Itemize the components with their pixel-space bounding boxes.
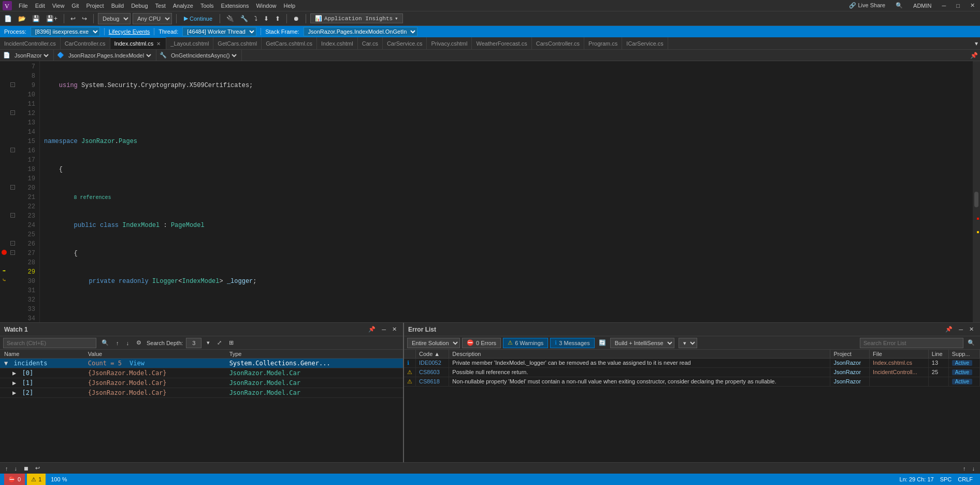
tab-icarservice-cs[interactable]: ICarService.cs (622, 37, 668, 49)
bt-err-down-btn[interactable]: ↓ (970, 465, 977, 472)
tab-incident-controller[interactable]: IncidentController.cs (0, 37, 61, 49)
expand-icon-2[interactable]: ▶ (12, 389, 16, 396)
watch-pin-btn[interactable]: 📌 (366, 325, 378, 333)
watch-up-btn[interactable]: ↑ (114, 339, 121, 347)
status-errors[interactable]: ⛔ 0 (4, 474, 25, 485)
save-all-btn[interactable]: 💾+ (44, 14, 60, 23)
minimize-btn[interactable]: ─ (939, 2, 949, 10)
error-search-btn[interactable]: 🔍 (965, 339, 977, 347)
tab-index-cshtml-cs[interactable]: Index.cshtml.cs ✕ (110, 37, 167, 49)
menu-file[interactable]: File (16, 2, 31, 10)
watch-row-1[interactable]: ▶ [1] {JsonRazor.Model.Car} JsonRazor.Mo… (0, 378, 403, 388)
search-btn[interactable]: 🔍 (892, 1, 906, 10)
collapse-9-btn[interactable]: − (10, 82, 15, 87)
tab-overflow-btn[interactable]: ▾ (973, 37, 980, 49)
watch-row-0[interactable]: ▶ [0] {JsonRazor.Model.Car} JsonRazor.Mo… (0, 368, 403, 378)
step-into-btn[interactable]: ⬇ (262, 14, 271, 23)
error-search-input[interactable] (860, 338, 963, 348)
error-pin-btn[interactable]: 📌 (943, 325, 955, 333)
tab-weatherforecast-cs[interactable]: WeatherForecast.cs (472, 37, 531, 49)
save-btn[interactable]: 💾 (30, 14, 42, 23)
bt-up-btn[interactable]: ↑ (3, 465, 10, 472)
expand-icon[interactable]: ▼ (4, 360, 8, 367)
collapse-26-btn[interactable]: − (10, 241, 15, 246)
status-encoding[interactable]: SPC (937, 476, 955, 482)
new-file-btn[interactable]: 📄 (2, 14, 14, 23)
collapse-all-btn[interactable]: ⊞ (227, 339, 236, 347)
error-refresh-btn[interactable]: 🔄 (597, 339, 608, 347)
stack-frame-dropdown[interactable]: JsonRazor.Pages.IndexModel.OnGetIncide..… (304, 27, 417, 36)
menu-project[interactable]: Project (83, 2, 107, 10)
watch-filter-btn[interactable]: ⚙ (134, 339, 143, 347)
error-close-btn[interactable]: ✕ (967, 325, 976, 333)
process-dropdown[interactable]: [8396] iisexpress.exe (31, 27, 100, 36)
redo-btn[interactable]: ↪ (80, 14, 89, 23)
lifecycle-btn[interactable]: Lifecycle Events (109, 28, 150, 35)
warnings-filter-btn[interactable]: ⚠ 6 Warnings (503, 338, 548, 348)
code-content[interactable]: using System.Security.Cryptography.X509C… (40, 61, 973, 322)
depth-input[interactable] (186, 338, 201, 348)
breakpoints-btn[interactable]: ⏺ (291, 14, 301, 23)
close-btn[interactable]: ✕ (967, 1, 978, 10)
maximize-btn[interactable]: □ (953, 2, 963, 10)
build-dropdown[interactable]: Build + IntelliSense (610, 338, 674, 348)
col-project[interactable]: Project (830, 350, 870, 359)
menu-test[interactable]: Test (152, 2, 169, 10)
tab-carservice-cs[interactable]: CarService.cs (383, 37, 427, 49)
menu-edit[interactable]: Edit (32, 2, 48, 10)
menu-analyze[interactable]: Analyze (170, 2, 196, 10)
status-position[interactable]: Ln: 29 Ch: 17 (897, 476, 937, 482)
status-line-ending[interactable]: CRLF (955, 476, 976, 482)
tab-car-controller[interactable]: CarController.cs (61, 37, 110, 49)
collapse-23-btn[interactable]: − (10, 213, 15, 218)
status-warnings[interactable]: ⚠ 1 (27, 474, 46, 485)
step-out-btn[interactable]: ⬆ (273, 14, 282, 23)
watch-down-btn[interactable]: ↓ (124, 339, 132, 347)
method-dropdown[interactable]: OnGetIncidentsAsync() (169, 52, 238, 59)
watch-row-incidents[interactable]: ▼ incidents Count = 5 View System.Collec… (0, 359, 403, 368)
namespace-dropdown[interactable]: JsonRazor (12, 52, 50, 59)
menu-help[interactable]: Help (281, 2, 299, 10)
col-line[interactable]: Line (928, 350, 948, 359)
pin-btn[interactable]: 📌 (968, 51, 980, 60)
right-scrollbar[interactable] (973, 61, 980, 322)
col-suppress[interactable]: Supp... (948, 350, 979, 359)
col-code[interactable]: Code ▲ (416, 350, 449, 359)
vs-logo[interactable]: V (2, 1, 12, 11)
error-row-ide0052[interactable]: ℹ IDE0052 Private member 'IndexModel._lo… (404, 359, 980, 368)
menu-extensions[interactable]: Extensions (218, 2, 252, 10)
error-row-cs8618[interactable]: ⚠ CS8618 Non-nullable property 'Model' m… (404, 377, 980, 387)
bt-down-btn[interactable]: ↓ (12, 465, 20, 472)
bt-err-up-btn[interactable]: ↑ (961, 465, 968, 472)
menu-tools[interactable]: Tools (197, 2, 217, 10)
depth-dropdown-btn[interactable]: ▾ (205, 339, 212, 347)
tab-car-cs[interactable]: Car.cs (358, 37, 383, 49)
expand-icon-1[interactable]: ▶ (12, 379, 16, 387)
watch-close-btn[interactable]: ✕ (390, 325, 399, 333)
debug-tools-btn[interactable]: 🔧 (238, 14, 250, 23)
messages-filter-btn[interactable]: ℹ 3 Messages (550, 338, 594, 348)
watch-minimize-btn[interactable]: ─ (380, 326, 388, 333)
thread-dropdown[interactable]: [46484] Worker Thread (182, 27, 256, 36)
open-btn[interactable]: 📂 (16, 14, 28, 23)
col-description[interactable]: Description (449, 350, 830, 359)
collapse-16-btn[interactable]: − (10, 148, 15, 152)
collapse-12-btn[interactable]: − (10, 110, 15, 115)
menu-build[interactable]: Build (108, 2, 127, 10)
undo-btn[interactable]: ↩ (68, 14, 78, 23)
menu-debug[interactable]: Debug (128, 2, 151, 10)
menu-window[interactable]: Window (253, 2, 279, 10)
step-over-btn[interactable]: ⤵ (252, 14, 260, 23)
scroll-thumb[interactable] (974, 192, 978, 207)
tab-layout-cshtml[interactable]: _Layout.cshtml (166, 37, 213, 49)
continue-btn[interactable]: ▶ Continue (181, 14, 215, 23)
ai-insights-btn[interactable]: 📊 Application Insights ▾ (310, 13, 403, 23)
watch-row-2[interactable]: ▶ [2] {JsonRazor.Model.Car} JsonRazor.Mo… (0, 388, 403, 398)
error-minimize-btn[interactable]: ─ (957, 326, 965, 333)
bt-nav-btn[interactable]: ↩ (33, 464, 42, 472)
tab-index-cshtml[interactable]: Index.cshtml (317, 37, 358, 49)
watch-search-input[interactable] (3, 338, 96, 348)
attach-btn[interactable]: 🔌 (224, 14, 236, 23)
build-dropdown2[interactable]: ▾ (679, 338, 697, 348)
scope-dropdown[interactable]: Entire Solution (407, 338, 460, 348)
